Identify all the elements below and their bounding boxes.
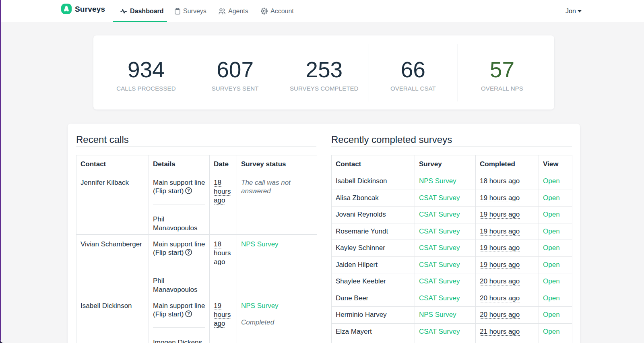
svg-text:?: ? (187, 250, 190, 254)
svg-text:?: ? (187, 311, 190, 316)
svg-text:?: ? (187, 188, 190, 193)
